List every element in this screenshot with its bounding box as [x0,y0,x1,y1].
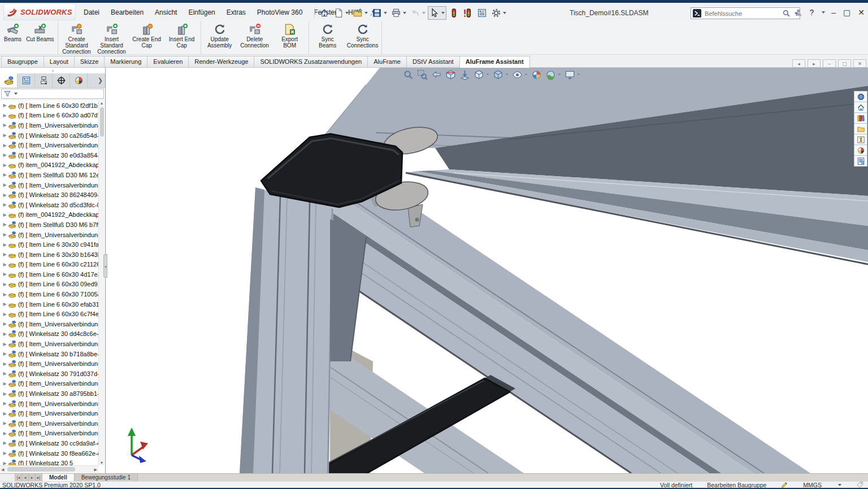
tree-item[interactable]: ▶(f) [ Item_Universalverbindung [0,180,105,190]
tab-baugruppe[interactable]: Baugruppe [1,56,44,67]
taskpane-custom-properties-button[interactable] [854,155,867,167]
previous-tab-button[interactable]: ◂ [22,474,29,481]
apply-scene-caret-icon[interactable] [558,73,561,75]
cut-beams-button[interactable]: Cut Beams [24,22,56,43]
tree-item[interactable]: ▶(f) [ Item_Universalverbindung [0,339,105,349]
tree-item[interactable]: ▶(f) [ Item Line 6 60x30 09ed918 [0,280,105,290]
expand-arrow-icon[interactable]: ▶ [2,262,8,267]
expand-arrow-icon[interactable]: ▶ [2,242,8,247]
tab-dstv-assistant[interactable]: DStV Assistant [406,56,460,67]
insert-standard-connection-button[interactable]: Insert Standard Connection [94,22,129,56]
expand-arrow-icon[interactable]: ▶ [2,163,8,168]
menu-photoview-360[interactable]: PhotoView 360 [253,7,307,18]
view-settings-button[interactable] [564,69,581,81]
tree-item[interactable]: ▶(f) [ Item Line 6 60x30 4d17e3e [0,269,105,280]
export-bom-button[interactable]: Export BOM [272,22,307,49]
zoom-to-area-button[interactable] [416,69,428,81]
tree-item[interactable]: ▶(f) [ Item Line 6 60x30 71005a02 [0,289,105,299]
manager-tab-dimxpertmanager[interactable] [53,73,70,88]
section-view-button[interactable] [445,69,457,81]
tree-item[interactable]: ▶(f) [ Winkelsatz 30 86248409-d7 [0,190,105,200]
tab-layout[interactable]: Layout [44,56,75,67]
menu-bearbeiten[interactable]: Bearbeiten [106,7,148,18]
edit-appearance-button[interactable] [531,69,542,81]
menu-extras[interactable]: Extras [222,7,250,18]
previous-window-button[interactable]: ◂ [792,59,805,68]
tree-item[interactable]: ▶(f) [ Item_Universalverbindung [0,359,105,369]
settings-gear-caret-icon[interactable] [503,12,506,14]
tree-item[interactable]: ▶(f) [ Item Line 6 60x30 6c7f4ee4 [0,309,105,319]
options-list-button[interactable] [475,6,489,20]
close-window-button[interactable]: ✕ [853,59,866,68]
filter-funnel-icon[interactable] [3,90,11,98]
vertical-scroll-thumb[interactable] [100,107,104,137]
manager-tabs-overflow-chevron[interactable]: ❯ [88,73,105,88]
taskpane-solidworks-resources-button[interactable] [854,91,867,102]
tree-vertical-scrollbar[interactable]: ▲ ▼ [98,101,105,465]
manager-tab-displaymanager[interactable] [70,73,88,88]
insert-end-cap-button[interactable]: Insert End Cap [164,22,199,49]
tree-item[interactable]: ▶(f) [ Item_Universalverbindung [0,319,105,329]
expand-arrow-icon[interactable]: ▶ [2,312,8,317]
new-document-button[interactable] [332,6,350,20]
save-button[interactable] [370,6,389,20]
taskpane-design-library-button[interactable] [854,112,867,124]
search-icon[interactable] [782,9,791,18]
expand-arrow-icon[interactable]: ▶ [2,371,8,376]
panel-grip[interactable] [0,68,105,73]
expand-arrow-icon[interactable]: ▶ [2,193,8,198]
expand-arrow-icon[interactable]: ▶ [2,421,8,426]
tree-item[interactable]: ▶(f) [ Winkelsatz 30 a8795bb1-af [0,388,105,399]
update-assembly-button[interactable]: Update Assembly [202,22,237,49]
expand-arrow-icon[interactable]: ▶ [2,133,8,138]
expand-arrow-icon[interactable]: ▶ [2,411,8,416]
rebuild-traffic-light-button[interactable] [447,6,461,20]
model-tab-modell[interactable]: Modell [42,474,75,481]
tree-filter-input[interactable] [1,89,104,99]
expand-arrow-icon[interactable]: ▶ [2,182,8,187]
tree-item[interactable]: ▶(f) [ Winkelsatz 30 791d037d-90 [0,369,105,379]
units-selector[interactable]: MMGS [803,482,822,488]
force-rebuild-traffic-light-button[interactable] [461,6,475,20]
tab-aluframe-assistant[interactable]: AluFrame Assistant [459,56,530,68]
tree-item[interactable]: ▶(f) [ Winkelsatz 30 f8ea662e-d5 [0,448,105,459]
tree-item[interactable]: ▶(f) [ Winkelsatz 30 ca26d54d-ff [0,130,105,141]
command-search[interactable] [691,7,800,19]
tree-item[interactable]: ▶(f) [ Item Line 6 60x30 efab31d5 [0,299,105,309]
tree-item[interactable]: ▶(f) item_0041922_Abdeckkappe [0,210,105,220]
display-style-button[interactable] [492,69,509,81]
expand-arrow-icon[interactable]: ▶ [2,351,8,356]
view-orientation-caret-icon[interactable] [487,73,489,75]
first-tab-button[interactable]: |◂ [15,474,22,481]
expand-arrow-icon[interactable]: ▶ [2,342,8,347]
normal-to-button[interactable] [459,69,471,81]
panel-splitter-handle[interactable]: ◂ [103,254,107,278]
restore-window-button[interactable]: ▢ [838,59,851,68]
undo-button[interactable] [409,6,427,20]
tree-item[interactable]: ▶(f) [ Winkelsatz 30 cc9da9af-4e [0,438,105,448]
view-orientation-button[interactable] [473,69,490,81]
tree-horizontal-scrollbar[interactable]: ◀ ▶ [0,465,98,473]
scroll-right-icon[interactable]: ▶ [94,468,97,472]
new-document-caret-icon[interactable] [345,12,349,14]
scroll-down-icon[interactable]: ▼ [99,461,105,465]
beams-button[interactable]: Beams [2,22,24,43]
select-arrow-caret-icon[interactable] [441,12,445,14]
next-tab-button[interactable]: ▸ [29,474,36,481]
tab-evaluieren[interactable]: Evaluieren [147,56,189,67]
display-style-caret-icon[interactable] [506,73,509,75]
tree-item[interactable]: ▶(f) [ Item Stellfuß D30 M6 12e7 [0,170,105,180]
hide-show-items-caret-icon[interactable] [525,73,528,75]
expand-arrow-icon[interactable]: ▶ [2,381,8,386]
tree-item[interactable]: ▶(f) [ Item Line 6 60x30 f2df1b79 [0,101,105,111]
manager-tab-featuremanager-design-tree[interactable] [0,73,18,88]
apply-scene-button[interactable] [545,69,562,81]
minimize-button[interactable]: – [830,8,837,17]
expand-arrow-icon[interactable]: ▶ [2,361,8,366]
close-button[interactable]: ✕ [857,8,866,17]
tab-aluframe[interactable]: AluFrame [367,56,407,67]
print-caret-icon[interactable] [403,12,406,14]
next-window-button[interactable]: ▸ [808,59,821,68]
create-standard-connection-button[interactable]: Create Standard Connection [59,22,94,56]
expand-arrow-icon[interactable]: ▶ [2,331,8,337]
